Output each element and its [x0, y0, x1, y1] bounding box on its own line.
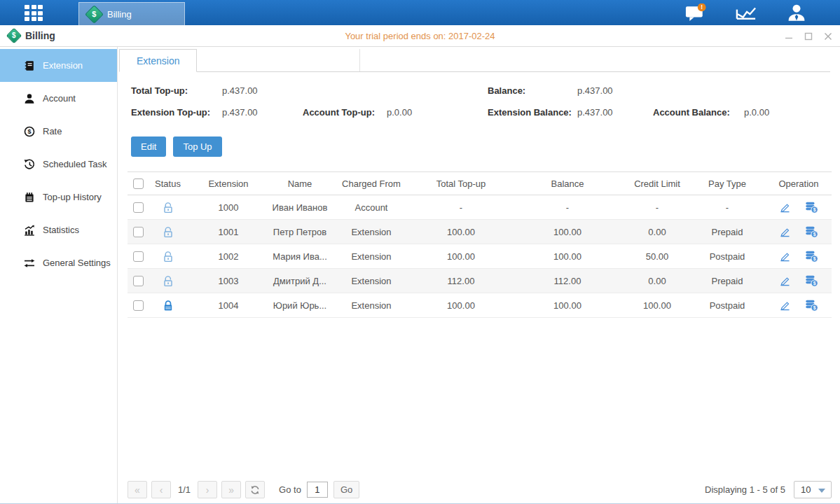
cell-name: Юрий Юрь...: [270, 293, 330, 318]
cell-pay-type: Prepaid: [689, 220, 766, 244]
sidebar-item-label: Scheduled Task: [43, 159, 107, 169]
column-header: Charged From: [330, 172, 413, 195]
unlocked-icon: [163, 226, 174, 238]
edit-row-icon[interactable]: [779, 202, 791, 213]
topbar-billing-tab[interactable]: $ Billing: [78, 2, 185, 25]
row-checkbox[interactable]: [133, 300, 144, 311]
cell-pay-type: Postpaid: [689, 293, 766, 318]
last-page-button[interactable]: »: [221, 481, 241, 498]
topbar: $ Billing !: [0, 0, 840, 25]
toolbar: Edit Top Up: [131, 136, 830, 157]
cell-credit-limit: 50.00: [626, 244, 689, 269]
goto-page-input[interactable]: [307, 482, 328, 498]
cell-charged-from: Extension: [330, 293, 413, 318]
tab-strip-divider: [197, 49, 360, 71]
column-header: Status: [149, 172, 187, 195]
page-size-select[interactable]: 10: [794, 481, 832, 498]
column-header: Credit Limit: [626, 172, 689, 195]
billing-app-icon: $: [85, 5, 104, 24]
edit-row-icon[interactable]: [779, 300, 791, 311]
unlocked-icon: [163, 202, 174, 214]
svg-text:$: $: [813, 232, 816, 237]
displaying-info: Displaying 1 - 5 of 5: [705, 484, 785, 495]
sidebar-item-account[interactable]: Account: [0, 82, 117, 115]
close-icon[interactable]: [823, 31, 833, 41]
cell-credit-limit: 0.00: [626, 220, 689, 244]
top-up-row-icon[interactable]: $: [805, 251, 818, 262]
page-indicator: 1/1: [178, 484, 191, 495]
balance-value: p.437.00: [577, 85, 613, 96]
sidebar-item-general-settings[interactable]: General Settings: [0, 246, 117, 279]
select-all-checkbox[interactable]: [133, 178, 144, 189]
sidebar-item-label: General Settings: [43, 258, 111, 268]
top-up-row-icon[interactable]: $: [805, 300, 818, 312]
column-header: Balance: [509, 172, 626, 195]
edit-row-icon[interactable]: [779, 251, 791, 262]
table-row: 1003 Дмитрий Д... Extension 112.00 112.0…: [128, 269, 832, 293]
maximize-icon[interactable]: [804, 31, 813, 41]
statistics-chart-icon: [23, 224, 35, 236]
top-up-row-icon[interactable]: $: [805, 226, 818, 238]
svg-text:$: $: [813, 281, 816, 286]
window-controls: [784, 25, 833, 47]
sidebar-item-topup-history[interactable]: Top-up History: [0, 181, 117, 214]
rate-dollar-icon: $: [23, 125, 35, 137]
edit-button[interactable]: Edit: [131, 136, 166, 157]
sidebar-item-statistics[interactable]: Statistics: [0, 214, 117, 246]
window-title: Billing: [25, 30, 55, 41]
go-button[interactable]: Go: [333, 481, 359, 498]
cell-balance: -: [509, 195, 626, 220]
top-up-button[interactable]: Top Up: [173, 136, 221, 157]
top-up-row-icon[interactable]: $: [805, 202, 818, 214]
balance-summary: Total Top-up: p.437.00 Balance: p.437.00…: [119, 80, 830, 126]
cell-name: Мария Ива...: [270, 244, 330, 269]
refresh-button[interactable]: [245, 481, 265, 498]
top-up-row-icon[interactable]: $: [805, 275, 818, 287]
row-checkbox[interactable]: [133, 227, 144, 237]
svg-text:$: $: [813, 256, 816, 262]
unlocked-icon: [163, 251, 174, 262]
sidebar-item-extension[interactable]: Extension: [0, 49, 117, 82]
sidebar-item-label: Rate: [43, 126, 62, 136]
balance-label: Balance:: [488, 85, 525, 96]
table-row: 1001 Петр Петров Extension 100.00 100.00…: [128, 220, 832, 244]
page-size-value: 10: [801, 484, 811, 495]
cell-balance: 100.00: [509, 293, 626, 318]
tab-extension[interactable]: Extension: [119, 49, 197, 72]
cell-credit-limit: 100.00: [626, 293, 689, 318]
notifications-button[interactable]: !: [684, 4, 708, 22]
cell-balance: 100.00: [509, 220, 626, 244]
goto-label: Go to: [279, 484, 301, 495]
extension-balance-label: Extension Balance:: [488, 107, 572, 118]
extension-balance-value: p.437.00: [577, 107, 613, 118]
row-checkbox[interactable]: [133, 276, 144, 286]
general-settings-arrows-icon: [23, 257, 35, 269]
cell-balance: 100.00: [509, 244, 626, 269]
user-menu-button[interactable]: [785, 4, 808, 22]
cell-total-topup: 100.00: [413, 293, 509, 318]
edit-row-icon[interactable]: [779, 275, 791, 286]
minimize-icon[interactable]: [784, 31, 794, 41]
sidebar-item-rate[interactable]: $ Rate: [0, 115, 117, 148]
cell-extension: 1000: [187, 195, 270, 220]
app-launcher-icon[interactable]: [25, 5, 48, 21]
topbar-icons: !: [684, 0, 808, 25]
row-checkbox[interactable]: [133, 251, 144, 262]
next-page-button[interactable]: ›: [198, 481, 217, 498]
edit-row-icon[interactable]: [779, 226, 791, 237]
cell-credit-limit: 0.00: [626, 269, 689, 293]
sidebar-item-scheduled-task[interactable]: Scheduled Task: [0, 148, 117, 181]
cell-total-topup: -: [413, 195, 509, 220]
extension-topup-label: Extension Top-up:: [131, 107, 210, 118]
row-checkbox[interactable]: [133, 202, 144, 213]
sidebar-item-label: Top-up History: [43, 192, 102, 202]
table-row: 1002 Мария Ива... Extension 100.00 100.0…: [128, 244, 832, 269]
scheduled-task-clock-icon: [23, 158, 35, 170]
reports-chart-button[interactable]: [734, 4, 758, 22]
column-header: Pay Type: [689, 172, 766, 195]
first-page-button[interactable]: «: [128, 481, 147, 498]
prev-page-button[interactable]: ‹: [151, 481, 171, 498]
cell-balance: 112.00: [509, 269, 626, 293]
sidebar-item-label: Account: [43, 93, 76, 104]
sidebar: Extension Account $ Rate: [0, 47, 118, 503]
